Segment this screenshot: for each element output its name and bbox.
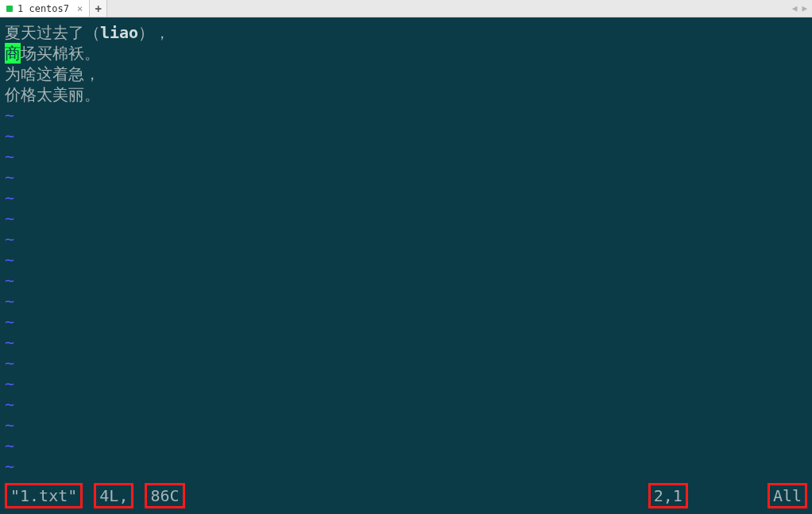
tilde-marker: ~ <box>5 292 14 311</box>
tab-bar: 1 centos7 × + ◀ ▶ <box>0 0 812 17</box>
empty-line: ~ <box>5 270 807 291</box>
text-span: 场买棉袄。 <box>21 44 100 62</box>
tilde-marker: ~ <box>5 436 14 455</box>
status-left-group: "1.txt" 4L, 86C <box>5 483 185 508</box>
arrow-left-icon[interactable]: ◀ <box>792 3 798 14</box>
terminal-viewport[interactable]: 夏天过去了（liao），商场买棉袄。为啥这着急，价格太美丽。 ~~~~~~~~~… <box>0 17 812 514</box>
empty-line: ~ <box>5 146 807 167</box>
empty-line: ~ <box>5 415 807 435</box>
terminal-tab[interactable]: 1 centos7 × <box>0 0 90 17</box>
empty-line: ~ <box>5 394 807 415</box>
text-lines: 夏天过去了（liao），商场买棉袄。为啥这着急，价格太美丽。 <box>5 22 807 105</box>
arrow-right-icon[interactable]: ▶ <box>802 3 807 14</box>
text-line: 价格太美丽。 <box>5 84 807 105</box>
plus-icon: + <box>95 2 102 15</box>
tilde-marker: ~ <box>5 457 14 476</box>
empty-line: ~ <box>5 353 807 373</box>
status-charcount: 86C <box>145 483 184 508</box>
text-span: 价格太美丽。 <box>5 86 100 103</box>
empty-line: ~ <box>5 332 807 353</box>
tilde-marker: ~ <box>5 188 14 207</box>
tab-status-dot <box>6 6 13 12</box>
tab-label: 1 centos7 <box>17 3 69 14</box>
empty-line: ~ <box>5 229 807 249</box>
text-span: liao <box>100 23 138 42</box>
text-line: 夏天过去了（liao）， <box>5 22 807 43</box>
tilde-marker: ~ <box>5 415 14 435</box>
empty-line: ~ <box>5 249 807 270</box>
vim-status-bar: "1.txt" 4L, 86C 2,1 All <box>0 482 812 514</box>
tilde-marker: ~ <box>5 147 14 166</box>
empty-line: ~ <box>5 105 807 126</box>
status-filename: "1.txt" <box>5 483 83 508</box>
text-line: 为啥这着急， <box>5 64 807 84</box>
tabbar-arrows: ◀ ▶ <box>787 0 812 17</box>
text-span: 夏天过去了（ <box>5 24 100 41</box>
text-span: ）， <box>138 24 170 41</box>
empty-line: ~ <box>5 373 807 394</box>
text-line: 商场买棉袄。 <box>5 43 807 64</box>
tilde-lines: ~~~~~~~~~~~~~~~~~~ <box>5 105 807 477</box>
empty-line: ~ <box>5 126 807 146</box>
empty-line: ~ <box>5 167 807 187</box>
status-right-group: 2,1 All <box>648 483 807 508</box>
tilde-marker: ~ <box>5 395 14 414</box>
status-linecount: 4L, <box>94 483 133 508</box>
tilde-marker: ~ <box>5 168 14 187</box>
tilde-marker: ~ <box>5 271 14 290</box>
empty-line: ~ <box>5 435 807 456</box>
empty-line: ~ <box>5 187 807 208</box>
cursor: 商 <box>5 43 21 64</box>
new-tab-button[interactable]: + <box>90 0 107 17</box>
text-span: 为啥这着急， <box>5 65 100 83</box>
tilde-marker: ~ <box>5 106 14 125</box>
tilde-marker: ~ <box>5 209 14 228</box>
tilde-marker: ~ <box>5 333 14 352</box>
tilde-marker: ~ <box>5 126 14 145</box>
tilde-marker: ~ <box>5 374 14 393</box>
tilde-marker: ~ <box>5 230 14 249</box>
tilde-marker: ~ <box>5 354 14 373</box>
tilde-marker: ~ <box>5 312 14 331</box>
empty-line: ~ <box>5 208 807 229</box>
tilde-marker: ~ <box>5 250 14 269</box>
tabbar-spacer <box>107 0 787 17</box>
status-scroll: All <box>768 483 807 508</box>
empty-line: ~ <box>5 291 807 311</box>
empty-line: ~ <box>5 456 807 477</box>
status-cursor-position: 2,1 <box>648 483 688 508</box>
empty-line: ~ <box>5 311 807 332</box>
close-icon[interactable]: × <box>77 3 83 14</box>
